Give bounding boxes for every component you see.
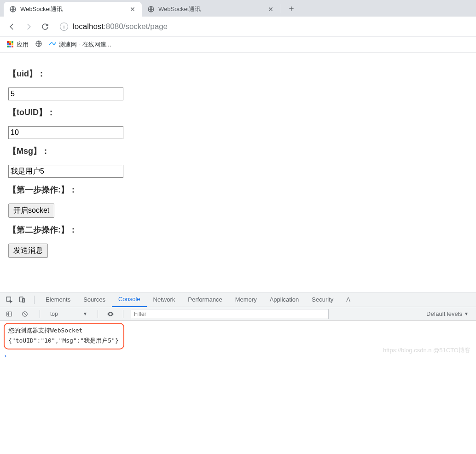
context-selector[interactable]: top ▼ — [47, 310, 90, 318]
msg-input[interactable] — [8, 165, 123, 178]
chevron-down-icon: ▼ — [464, 311, 469, 316]
uid-input[interactable] — [8, 87, 123, 100]
bookmark-label: 测速网 - 在线网速... — [59, 41, 111, 49]
devtools-tab-console[interactable]: Console — [112, 292, 147, 307]
browser-tab-bar: WebSocket通讯 ✕ WebSocket通讯 ✕ ＋ — [0, 0, 476, 17]
device-toggle-icon[interactable] — [17, 294, 28, 305]
apps-label: 应用 — [17, 41, 29, 49]
tab-title: WebSocket通讯 — [158, 5, 263, 13]
browser-toolbar: i localhost:8080/socket/page — [0, 17, 476, 37]
live-expression-icon[interactable] — [105, 309, 116, 319]
devtools-tab-application[interactable]: Application — [263, 292, 306, 307]
page-content: 【uid】： 【toUID】： 【Msg】： 【第一步操作:】： 开启socke… — [0, 52, 476, 267]
globe-icon — [147, 6, 155, 13]
inspect-element-icon[interactable] — [4, 294, 15, 305]
globe-icon — [35, 40, 42, 49]
devtools-tab-security[interactable]: Security — [305, 292, 340, 307]
devtools-tab-memory[interactable]: Memory — [229, 292, 263, 307]
separator — [123, 310, 123, 318]
open-socket-button[interactable]: 开启socket — [8, 204, 54, 218]
log-levels-dropdown[interactable]: Default levels ▼ — [426, 310, 472, 317]
console-sidebar-toggle-icon[interactable] — [4, 308, 15, 320]
step1-label: 【第一步操作:】： — [8, 184, 468, 195]
devtools-tab-more[interactable]: A — [340, 292, 357, 307]
separator — [34, 296, 35, 304]
separator — [40, 310, 40, 318]
back-button[interactable] — [5, 19, 19, 34]
bookmarks-bar: 应用 测速网 - 在线网速... — [0, 37, 476, 52]
console-log-group: 您的浏览器支持WebSocket {"toUID":"10","Msg":"我是… — [4, 323, 124, 349]
browser-tab[interactable]: WebSocket通讯 ✕ — [142, 2, 280, 17]
devtools-tab-performance[interactable]: Performance — [181, 292, 228, 307]
clear-console-icon[interactable] — [19, 308, 30, 320]
forward-button[interactable] — [21, 19, 36, 34]
separator — [98, 310, 98, 318]
msg-label: 【Msg】： — [8, 146, 468, 157]
url-text: localhost:8080/socket/page — [73, 22, 168, 31]
console-filter-input[interactable] — [131, 309, 329, 319]
tab-title: WebSocket通讯 — [20, 5, 125, 13]
svg-point-8 — [110, 313, 111, 314]
devtools-tabbar: Elements Sources Console Network Perform… — [0, 292, 476, 307]
step2-label: 【第二步操作:】： — [8, 224, 468, 235]
tab-divider — [281, 4, 281, 13]
console-log-line: {"toUID":"10","Msg":"我是用户5"} — [8, 336, 119, 346]
console-toolbar: top ▼ Default levels ▼ — [0, 307, 476, 321]
bookmark-item-speedtest[interactable]: 测速网 - 在线网速... — [49, 40, 111, 49]
apps-grid-icon — [6, 41, 14, 48]
speedtest-icon — [49, 40, 56, 49]
watermark-text: https://blog.csdn.n @51CTO博客 — [383, 346, 470, 355]
browser-tab[interactable]: WebSocket通讯 ✕ — [4, 2, 142, 17]
close-icon[interactable]: ✕ — [129, 6, 136, 13]
uid-label: 【uid】： — [8, 68, 468, 79]
touid-input[interactable] — [8, 126, 123, 139]
devtools-tab-network[interactable]: Network — [147, 292, 182, 307]
new-tab-button[interactable]: ＋ — [285, 2, 298, 15]
send-message-button[interactable]: 发送消息 — [8, 244, 48, 258]
close-icon[interactable]: ✕ — [267, 6, 274, 13]
site-info-icon[interactable]: i — [60, 23, 68, 31]
console-output: 您的浏览器支持WebSocket {"toUID":"10","Msg":"我是… — [0, 321, 476, 364]
touid-label: 【toUID】： — [8, 107, 468, 118]
devtools-panel: Elements Sources Console Network Perform… — [0, 292, 476, 364]
console-log-line: 您的浏览器支持WebSocket — [8, 326, 119, 336]
reload-button[interactable] — [38, 19, 52, 34]
devtools-tab-sources[interactable]: Sources — [77, 292, 112, 307]
globe-icon — [9, 6, 17, 13]
address-bar[interactable]: i localhost:8080/socket/page — [54, 20, 471, 34]
bookmark-item[interactable] — [35, 40, 42, 49]
devtools-tab-elements[interactable]: Elements — [39, 292, 77, 307]
apps-shortcut[interactable]: 应用 — [6, 41, 29, 49]
